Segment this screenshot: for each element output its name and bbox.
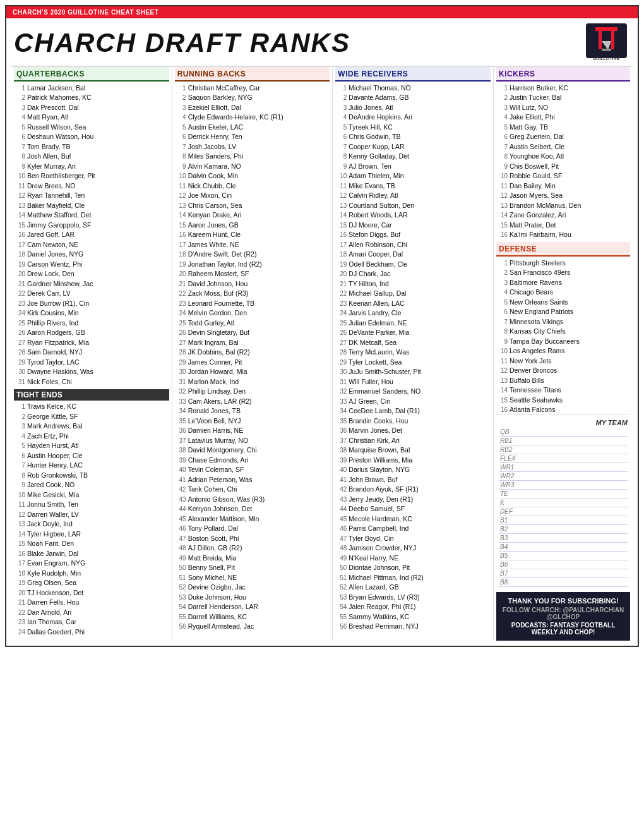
- wr-row: 39Preston Williams, Mia: [335, 455, 491, 465]
- my-team-slot: B1: [499, 516, 628, 525]
- te-row: 8Rob Gronkowski, TB: [14, 470, 169, 480]
- k-row: 7Austin Seibert, Cle: [496, 142, 630, 152]
- wr-row: 44Deebo Samuel, SF: [335, 504, 491, 514]
- my-team-section: MY TEAM QBRB1RB2FLEXWR1WR2WR3TEKDEFB1B2B…: [496, 414, 630, 587]
- qb-row: 18Daniel Jones, NYG: [14, 250, 169, 260]
- def-row: 10Los Angeles Rams: [496, 346, 630, 356]
- k-row: 11Dan Bailey, Min: [496, 181, 630, 191]
- qb-row: 31Nick Foles, Chi: [14, 377, 169, 387]
- rb-row: 19Jonathan Taylor, Ind (R2): [175, 259, 330, 269]
- k-header: KICKERS: [496, 67, 630, 82]
- te-row: 10Mike Gesicki, Mia: [14, 490, 169, 500]
- te-row: 2George Kittle, SF: [14, 411, 169, 421]
- te-row: 9Jared Cook, NO: [14, 480, 169, 490]
- rb-row: 21David Johnson, Hou: [175, 279, 330, 289]
- wr-header: WIDE RECEIVERS: [335, 67, 491, 82]
- rb-row: 30Jordan Howard, Mia: [175, 367, 330, 377]
- rb-row: 16Kareem Hunt, Cle: [175, 230, 330, 240]
- def-row: 2San Francisco 49ers: [496, 268, 630, 278]
- def-row: 1Pittsburgh Steelers: [496, 258, 630, 268]
- qb-row: 6Deshaun Watson, Hou: [14, 132, 169, 142]
- wr-row: 55Sammy Watkins, KC: [335, 612, 491, 622]
- wr-row: 43Jerry Jeudy, Den (R1): [335, 494, 491, 504]
- k-row: 15Matt Prater, Det: [496, 220, 630, 230]
- def-row: 13Buffalo Bills: [496, 375, 630, 385]
- wr-row: 41John Brown, Buf: [335, 474, 491, 485]
- my-team-slot: K: [499, 499, 628, 507]
- rb-row: 56Ryquell Armstead, Jac: [175, 622, 330, 632]
- rb-row: 46Tony Pollard, Dal: [175, 524, 330, 534]
- k-row: 9Chis Boswell, Pit: [496, 161, 630, 171]
- rb-row: 13Chris Carson, Sea: [175, 200, 330, 210]
- qb-row: 26Aaron Rodgers, GB: [14, 328, 169, 338]
- thank-you-box: THANK YOU FOR SUBSCRIBING! FOLLOW CHARCH…: [496, 592, 630, 641]
- my-team-slot: DEF: [499, 507, 628, 516]
- wr-row: 30JuJu Smith-Schuster, Pit: [335, 367, 491, 377]
- my-team-slot: B5: [499, 552, 628, 560]
- wr-list: 1Michael Thomas, NO2Davante Adams, GB3Ju…: [335, 83, 491, 631]
- defense-section: DEFENSE 1Pittsburgh Steelers2San Francis…: [496, 242, 630, 414]
- qb-row: 17Cam Newton, NE: [14, 239, 169, 250]
- wr-row: 12Calvin Ridley, Atl: [335, 191, 491, 201]
- rb-row: 8Miles Sanders, Phi: [175, 152, 330, 162]
- wr-row: 53Bryan Edwards, LV (R3): [335, 592, 491, 602]
- kickers-section: KICKERS 1Harrison Butker, KC2Justin Tuck…: [496, 67, 630, 239]
- rb-row: 17James White, NE: [175, 239, 330, 250]
- rb-row: 36Damien Harris, NE: [175, 426, 330, 436]
- rb-row: 38David Montgomery, Chi: [175, 445, 330, 456]
- wr-row: 10Adam Thielen, Min: [335, 171, 491, 181]
- svg-text:GUILLOTINE: GUILLOTINE: [593, 56, 620, 61]
- rb-row: 14Kenyan Drake, Ari: [175, 210, 330, 221]
- my-team-slot: B7: [499, 569, 628, 578]
- te-row: 16Blake Jarwin, Dal: [14, 548, 169, 559]
- wr-row: 29Tyler Lockett, Sea: [335, 357, 491, 367]
- wr-row: 56Breshad Perriman, NYJ: [335, 622, 491, 632]
- qb-row: 15Jimmy Garoppolo, SF: [14, 220, 169, 230]
- wr-row: 32Emmanuel Sanders, NO: [335, 387, 491, 397]
- qb-row: 28Sam Darnold, NYJ: [14, 348, 169, 358]
- te-row: 15Noah Fant, Den: [14, 539, 169, 549]
- my-team-slot: B3: [499, 534, 628, 543]
- qb-row: 2Patrick Mahomes, KC: [14, 93, 169, 103]
- wr-row: 16Stefon Diggs, Buf: [335, 230, 491, 240]
- te-row: 20TJ Hockenson, Det: [14, 588, 169, 598]
- qb-row: 27Ryan Fitzpatrick, Mia: [14, 337, 169, 348]
- qb-row: 12Ryan Tannehill, Ten: [14, 191, 169, 201]
- rb-row: 42Tarik Cohen, Chi: [175, 485, 330, 495]
- qb-row: 1Lamar Jackson, Bal: [14, 83, 169, 93]
- wr-row: 36Marvin Jones, Det: [335, 426, 491, 436]
- k-list: 1Harrison Butker, KC2Justin Tucker, Bal3…: [496, 83, 630, 239]
- rb-row: 43Antonio Gibson, Was (R3): [175, 494, 330, 504]
- wr-row: 20DJ Chark, Jac: [335, 269, 491, 279]
- rb-row: 35Le'Veon Bell, NYJ: [175, 416, 330, 426]
- wr-row: 13Courtland Sutton, Den: [335, 200, 491, 210]
- def-row: 14Tennessee Titans: [496, 385, 630, 396]
- wr-row: 17Allen Robinson, Chi: [335, 239, 491, 250]
- te-row: 11Jonnu Smith, Ten: [14, 500, 169, 510]
- rb-row: 33Cam Akers, LAR (R2): [175, 396, 330, 406]
- qb-row: 22Derek Carr, LV: [14, 289, 169, 299]
- k-row: 4Jake Elliott, Phi: [496, 112, 630, 123]
- wr-row: 6Chris Godwin, TB: [335, 132, 491, 142]
- my-team-slot: B4: [499, 543, 628, 552]
- qb-row: 7Tom Brady, TB: [14, 142, 169, 152]
- wr-row: 33AJ Green, Cin: [335, 396, 491, 406]
- k-row: 5Matt Gay, TB: [496, 122, 630, 132]
- rb-row: 32Phillip Lindsay, Den: [175, 387, 330, 397]
- rb-row: 49Matt Breida, Mia: [175, 553, 330, 563]
- wr-row: 4DeAndre Hopkins, Ari: [335, 112, 491, 123]
- qb-row: 11Drew Brees, NO: [14, 181, 169, 191]
- def-row: 5New Orleans Saints: [496, 297, 630, 307]
- qb-row: 25Phillip Rivers, Ind: [14, 318, 169, 328]
- wr-row: 27DK Metcalf, Sea: [335, 337, 491, 348]
- rb-row: 7Josh Jacobs, LV: [175, 142, 330, 152]
- rb-row: 22Zack Moss, Buf (R3): [175, 289, 330, 299]
- rb-row: 23Leonard Fournette, TB: [175, 298, 330, 308]
- qb-header: QUARTERBACKS: [14, 67, 169, 82]
- col-kickers-defense: KICKERS 1Harrison Butker, KC2Justin Tuck…: [494, 67, 633, 641]
- te-row: 12Darren Waller, LV: [14, 509, 169, 519]
- qb-row: 10Ben Roethlisberger, Pit: [14, 171, 169, 181]
- wr-row: 5Tyreek Hill, KC: [335, 122, 491, 132]
- k-row: 14Zane Gonzalez, Ari: [496, 210, 630, 221]
- rb-row: 52Devine Ozigbo, Jac: [175, 583, 330, 593]
